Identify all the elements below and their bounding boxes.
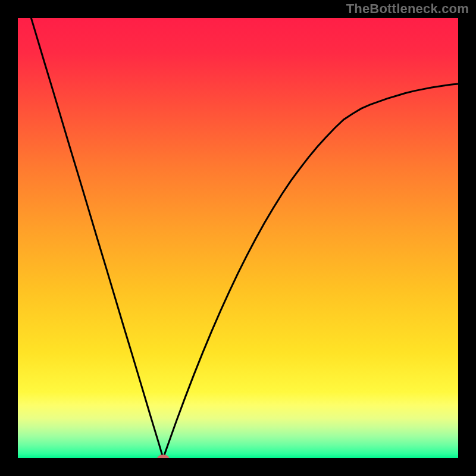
watermark-text: TheBottleneck.com — [346, 1, 469, 17]
plot-area — [18, 18, 458, 458]
chart-svg — [0, 0, 476, 476]
chart-frame: TheBottleneck.com — [0, 0, 476, 476]
